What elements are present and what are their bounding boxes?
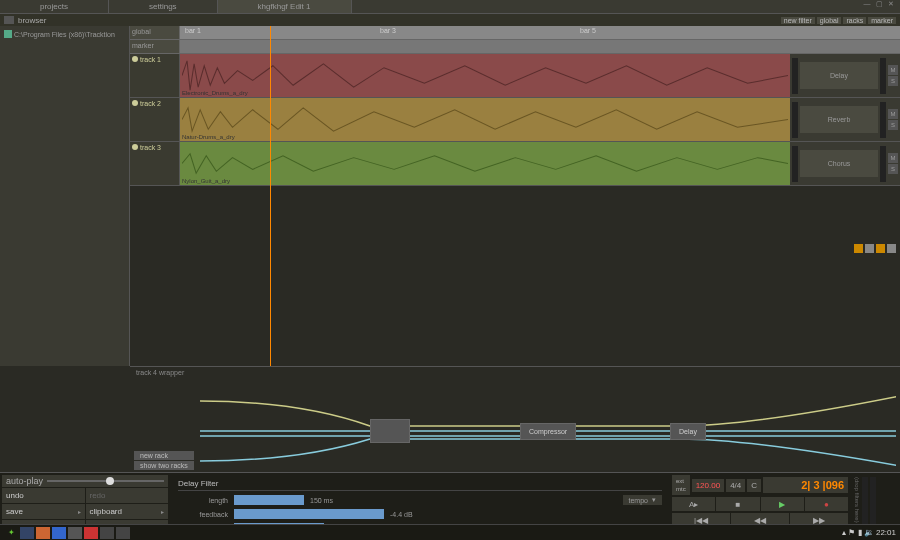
mute-button[interactable]: M [888, 65, 898, 75]
clip-label: Electronic_Drums_a_dry [182, 90, 248, 96]
taskbar-app-icon[interactable] [36, 527, 50, 539]
bar-marker: bar 3 [380, 27, 396, 34]
length-label: length [178, 497, 228, 504]
folder-icon [4, 30, 12, 38]
taskbar-app-icon[interactable] [100, 527, 114, 539]
audio-clip[interactable]: Nylon_Guit_a_dry [180, 142, 790, 185]
track-controls: Reverb MS [790, 98, 900, 141]
waveform-icon [182, 100, 788, 139]
stop-button[interactable]: ■ [716, 497, 759, 511]
window-maximize-icon[interactable]: ▢ [874, 0, 884, 10]
track-header[interactable]: track 1 [130, 54, 180, 97]
global-row-label: global [130, 26, 180, 39]
rack-canvas[interactable]: Compressor Delay [200, 381, 896, 468]
level-meter [880, 102, 886, 138]
status-icon[interactable] [865, 244, 874, 253]
save-button[interactable]: save▸ [2, 504, 85, 519]
goto-start-button[interactable]: A▸ [672, 497, 715, 511]
tray-network-icon[interactable]: ▮ [858, 528, 862, 537]
browser-label: browser [18, 16, 46, 25]
record-button[interactable]: ● [805, 497, 848, 511]
fx-slot[interactable]: Delay [800, 62, 878, 89]
rack-title: track 4 wrapper [130, 367, 900, 378]
status-icon[interactable] [876, 244, 885, 253]
rack-node-compressor[interactable]: Compressor [520, 423, 576, 440]
filter-title: Delay Filter [178, 477, 662, 491]
racks-badge[interactable]: racks [843, 17, 866, 24]
file-browser-sidebar: C:\Program Files (x86)\Tracktion [0, 26, 130, 366]
rack-node[interactable] [370, 419, 410, 443]
mute-button[interactable]: M [888, 109, 898, 119]
solo-button[interactable]: S [888, 120, 898, 130]
taskbar-app-icon[interactable] [20, 527, 34, 539]
bar-marker: bar 1 [185, 27, 201, 34]
tempo-selector[interactable]: tempo▾ [623, 495, 662, 505]
browser-toggle-icon[interactable] [4, 16, 14, 24]
audio-clip[interactable]: Electronic_Drums_a_dry [180, 54, 790, 97]
rack-node-delay[interactable]: Delay [670, 423, 706, 440]
position-display[interactable]: 2| 3 |096 [763, 477, 848, 493]
level-meter [792, 146, 798, 182]
feedback-label: feedback [178, 511, 228, 518]
show-two-racks-button[interactable]: show two racks [134, 461, 194, 470]
track-header[interactable]: track 3 [130, 142, 180, 185]
marker-badge[interactable]: marker [868, 17, 896, 24]
file-path: C:\Program Files (x86)\Tracktion [14, 31, 115, 38]
redo-button[interactable]: redo [86, 488, 169, 503]
tab-projects[interactable]: projects [0, 0, 109, 13]
waveform-icon [182, 56, 788, 95]
clip-label: Nylon_Guit_a_dry [182, 178, 230, 184]
track-name: track 2 [140, 100, 161, 107]
global-badge[interactable]: global [817, 17, 842, 24]
length-slider[interactable] [234, 495, 304, 505]
track-name: track 1 [140, 56, 161, 63]
feedback-slider[interactable] [234, 509, 384, 519]
tempo-display[interactable]: 120.00 [692, 479, 724, 492]
audio-clip[interactable]: Natur-Drums_a_dry [180, 98, 790, 141]
global-ruler[interactable]: bar 1 bar 3 bar 5 [180, 26, 900, 39]
taskbar-app-icon[interactable] [52, 527, 66, 539]
level-meter [880, 58, 886, 94]
level-meter [792, 58, 798, 94]
new-rack-button[interactable]: new rack [134, 451, 194, 460]
playhead-cursor[interactable] [270, 26, 271, 366]
clock-display: 22:01 [876, 528, 896, 537]
auto-play-slider[interactable] [47, 480, 164, 482]
feedback-value: -4.4 dB [390, 511, 413, 518]
play-button[interactable]: ▶ [761, 497, 804, 511]
track-header[interactable]: track 2 [130, 98, 180, 141]
tray-flag-icon[interactable]: ⚑ [848, 528, 855, 537]
tray-icon[interactable]: ▴ [842, 528, 846, 537]
marker-ruler[interactable] [180, 40, 900, 53]
tray-volume-icon[interactable]: 🔉 [864, 528, 874, 537]
window-close-icon[interactable]: ✕ [886, 0, 896, 10]
solo-button[interactable]: S [888, 164, 898, 174]
new-filter-button[interactable]: new filter [781, 17, 815, 24]
taskbar-app-icon[interactable] [84, 527, 98, 539]
start-icon[interactable]: ✦ [4, 527, 18, 539]
file-tree-item[interactable]: C:\Program Files (x86)\Tracktion [2, 28, 127, 40]
taskbar: ✦ ▴ ⚑ ▮ 🔉 22:01 [0, 524, 900, 540]
bar-marker: bar 5 [580, 27, 596, 34]
fx-slot[interactable]: Chorus [800, 150, 878, 177]
track-controls: Delay MS [790, 54, 900, 97]
status-icon[interactable] [887, 244, 896, 253]
track-controls: Chorus MS [790, 142, 900, 185]
tab-edit[interactable]: khgfkhgf Edit 1 [218, 0, 352, 13]
tab-settings[interactable]: settings [109, 0, 218, 13]
window-minimize-icon[interactable]: — [862, 0, 872, 10]
timesig-display[interactable]: 4/4 [726, 479, 745, 492]
key-display[interactable]: C [747, 479, 761, 492]
fx-slot[interactable]: Reverb [800, 106, 878, 133]
ext-mtc-button[interactable]: ext mtc [672, 475, 690, 495]
taskbar-app-icon[interactable] [68, 527, 82, 539]
taskbar-app-icon[interactable] [116, 527, 130, 539]
mute-button[interactable]: M [888, 153, 898, 163]
level-meter [880, 146, 886, 182]
status-icon[interactable] [854, 244, 863, 253]
waveform-icon [182, 144, 788, 183]
undo-button[interactable]: undo [2, 488, 85, 503]
solo-button[interactable]: S [888, 76, 898, 86]
clip-label: Natur-Drums_a_dry [182, 134, 235, 140]
clipboard-button[interactable]: clipboard▸ [86, 504, 169, 519]
